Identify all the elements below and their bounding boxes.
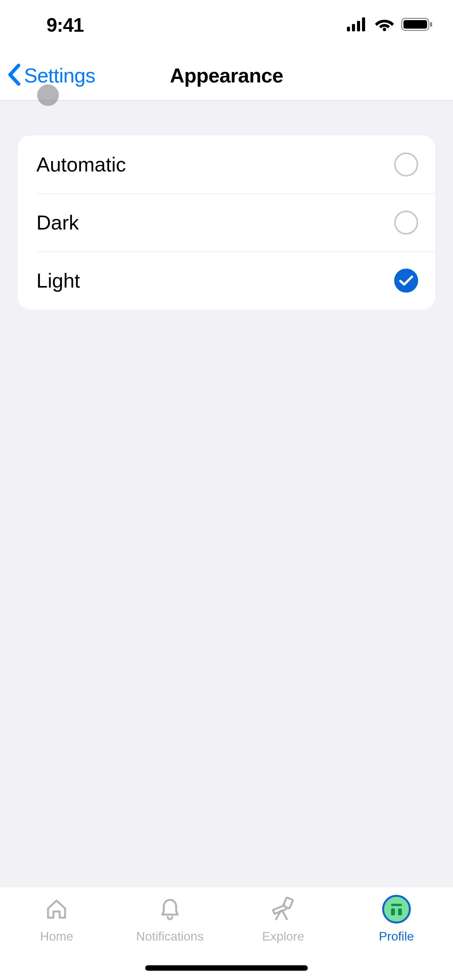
svg-rect-0	[347, 27, 350, 31]
svg-rect-12	[391, 908, 395, 915]
svg-point-4	[383, 28, 386, 31]
back-button[interactable]: Settings	[7, 63, 95, 88]
home-icon	[42, 894, 71, 924]
bell-icon	[155, 894, 185, 924]
svg-rect-8	[283, 897, 293, 908]
tab-label: Home	[40, 929, 73, 944]
status-indicators	[347, 17, 433, 33]
tab-label: Notifications	[136, 929, 204, 944]
svg-rect-2	[357, 21, 360, 31]
status-bar: 9:41	[0, 0, 453, 50]
svg-rect-13	[398, 908, 402, 915]
appearance-option-automatic[interactable]: Automatic	[18, 135, 435, 194]
home-indicator[interactable]	[145, 965, 308, 971]
back-label: Settings	[24, 64, 95, 87]
appearance-options-list: Automatic Dark Light	[18, 135, 435, 310]
telescope-icon	[268, 894, 298, 924]
cellular-icon	[347, 17, 368, 33]
navigation-bar: Settings Appearance	[0, 50, 453, 101]
status-time: 9:41	[46, 14, 84, 36]
svg-rect-1	[352, 24, 355, 31]
svg-rect-7	[430, 22, 432, 27]
appearance-option-label: Dark	[36, 211, 79, 234]
radio-unchecked-icon	[394, 152, 418, 176]
appearance-option-light[interactable]: Light	[18, 252, 435, 310]
content-area: Automatic Dark Light	[0, 101, 453, 887]
tab-home[interactable]: Home	[0, 894, 113, 980]
battery-icon	[401, 17, 433, 33]
svg-line-10	[282, 911, 287, 919]
tab-profile[interactable]: Profile	[340, 894, 453, 980]
avatar-icon	[382, 894, 411, 924]
radio-checked-icon	[394, 269, 418, 293]
radio-unchecked-icon	[394, 211, 418, 235]
tab-label: Profile	[379, 929, 414, 944]
svg-rect-3	[362, 17, 365, 31]
appearance-option-dark[interactable]: Dark	[18, 194, 435, 252]
wifi-icon	[375, 17, 394, 33]
chevron-left-icon	[7, 63, 22, 88]
appearance-option-label: Automatic	[36, 153, 126, 176]
page-title: Appearance	[170, 64, 283, 87]
svg-rect-11	[391, 904, 402, 906]
svg-rect-6	[403, 20, 427, 29]
tab-label: Explore	[262, 929, 304, 944]
appearance-option-label: Light	[36, 269, 80, 292]
